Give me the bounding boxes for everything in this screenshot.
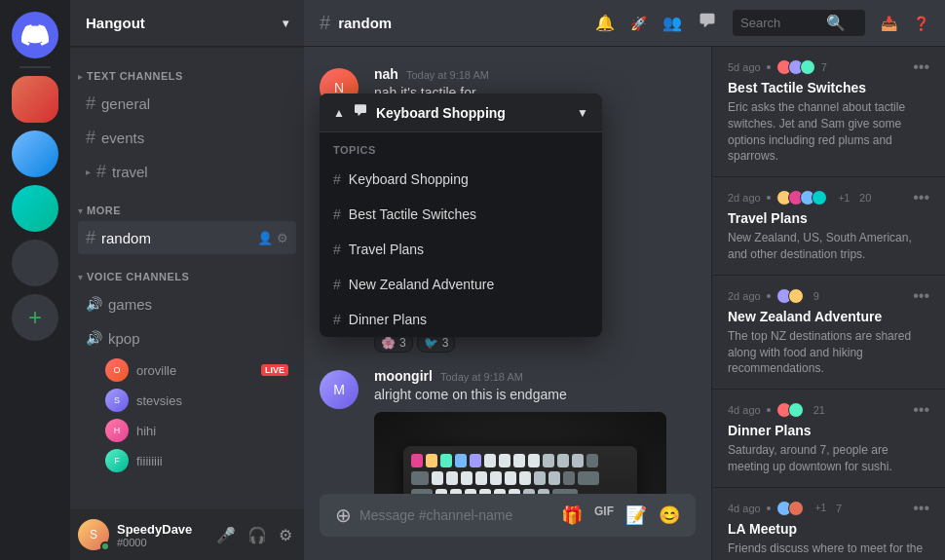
thread-avatar [788, 288, 804, 304]
threads-icon[interactable] [698, 12, 717, 34]
thread-avatars [776, 288, 800, 304]
thread-age: 4d ago [728, 503, 761, 514]
add-server-button[interactable]: + [12, 294, 58, 341]
server-icon-1[interactable] [12, 76, 58, 123]
help-icon[interactable]: ❓ [913, 16, 929, 31]
voice-user-fiiiiiii[interactable]: F fiiiiiiii [78, 446, 296, 475]
topic-dropdown: ▲ Keyboard Shopping ▼ TOPICS # Keyboard … [320, 93, 602, 337]
more-options-button[interactable]: ••• [913, 58, 929, 76]
channel-item-random[interactable]: # random 👤 ⚙ [78, 221, 296, 254]
thread-age: 2d ago [728, 192, 761, 204]
search-bar[interactable]: 🔍 [733, 10, 865, 36]
channel-sidebar: Hangout ▾ ▸ TEXT CHANNELS # general # ev… [70, 0, 304, 560]
speaker-icon: 🔊 [86, 296, 102, 312]
thread-avatar [788, 402, 804, 418]
server-icon-3[interactable] [12, 185, 58, 232]
topics-label: TOPICS [320, 132, 602, 162]
thread-item-dinner-plans[interactable]: 4d ago 21 ••• Dinner Plans Saturday, aro… [712, 390, 945, 488]
category-voice-channels[interactable]: ▾ VOICE CHANNELS [70, 255, 304, 286]
thread-preview: New Zealand, US, South American, and oth… [728, 230, 929, 263]
thread-avatars [776, 402, 800, 418]
hash-icon: # [86, 128, 95, 148]
topic-dropdown-overlay: ▲ Keyboard Shopping ▼ TOPICS # Keyboard … [304, 93, 711, 560]
more-options-button[interactable]: ••• [913, 287, 929, 305]
voice-user-hihi[interactable]: H hihi [78, 416, 296, 445]
message-username: nah [374, 66, 398, 82]
thread-title: Travel Plans [728, 210, 929, 226]
user-controls: 🎤 🎧 ⚙ [212, 522, 296, 548]
channel-item-travel[interactable]: ▸ # travel [78, 155, 296, 188]
hash-icon: # [333, 206, 341, 222]
settings-icon[interactable]: ⚙ [275, 522, 296, 548]
thread-preview: Eric asks the channel about tactile swit… [728, 99, 929, 165]
topic-item-travel-plans[interactable]: # Travel Plans [320, 232, 602, 267]
hash-icon: # [86, 93, 95, 114]
headset-icon[interactable]: 🎧 [244, 522, 271, 548]
server-icon-2[interactable] [12, 131, 58, 177]
hash-icon: # [333, 312, 341, 327]
dot-separator [767, 408, 771, 412]
search-input[interactable] [740, 16, 818, 30]
settings-icon[interactable]: ⚙ [277, 231, 288, 245]
user-avatar: S [78, 519, 109, 550]
category-more[interactable]: ▾ MORE [70, 189, 304, 220]
topic-item-nz-adventure[interactable]: # New Zealand Adventure [320, 267, 602, 302]
status-dot [100, 541, 110, 551]
chat-header: # random 🔔 🚀 👥 🔍 📥 ❓ [304, 0, 945, 47]
more-options-button[interactable]: ••• [913, 401, 929, 419]
channel-name: random [338, 15, 392, 31]
chat-container: # random 🔔 🚀 👥 🔍 📥 ❓ N [304, 0, 945, 560]
inbox-icon[interactable]: 📥 [881, 16, 897, 31]
thread-avatar [812, 190, 827, 205]
thread-age: 4d ago [728, 404, 761, 416]
server-name-header[interactable]: Hangout ▾ [70, 0, 304, 47]
topic-name: Dinner Plans [349, 312, 427, 327]
user-tag: #0000 [117, 537, 205, 548]
avatar: S [105, 389, 129, 412]
people-icon[interactable]: 👥 [662, 14, 682, 32]
chevron-down-icon[interactable]: ▼ [577, 106, 588, 120]
server-sidebar: + [0, 0, 70, 560]
extra-count: +1 [839, 193, 850, 204]
topic-item-dinner-plans[interactable]: # Dinner Plans [320, 302, 602, 337]
channel-item-games[interactable]: 🔊 games [78, 287, 296, 320]
message-count: 20 [859, 192, 871, 204]
channel-item-kpop[interactable]: 🔊 kpop [78, 321, 296, 355]
thread-item-la-meetup[interactable]: 4d ago +1 7 ••• LA Meetup Friends discus… [712, 488, 945, 560]
avatar: H [105, 419, 129, 442]
microphone-icon[interactable]: 🎤 [212, 522, 240, 548]
channel-item-events[interactable]: # events [78, 121, 296, 154]
more-options-button[interactable]: ••• [913, 500, 929, 517]
category-text-channels[interactable]: ▸ TEXT CHANNELS [70, 55, 304, 86]
voice-user-oroville[interactable]: O oroville LIVE [78, 355, 296, 385]
live-badge: LIVE [261, 364, 288, 376]
server-icon-4[interactable] [12, 240, 58, 286]
message-count: 7 [836, 503, 842, 514]
add-member-icon[interactable]: 👤 [257, 231, 273, 245]
topic-item-keyboard-shopping[interactable]: # Keyboard Shopping [320, 162, 602, 197]
channel-item-general[interactable]: # general [78, 87, 296, 120]
thread-item-best-tactile[interactable]: 5d ago 7 ••• Best Tactile Switches Eric … [712, 47, 945, 177]
topic-item-best-tactile[interactable]: # Best Tactile Switches [320, 197, 602, 232]
thread-item-nz-adventure[interactable]: 2d ago 9 ••• New Zealand Adventure The t… [712, 276, 945, 390]
thread-title: Best Tactile Switches [728, 80, 929, 95]
bell-icon[interactable]: 🔔 [595, 14, 615, 32]
hash-icon: # [333, 171, 341, 187]
thread-preview: Friends discuss where to meet for the Ap… [728, 541, 929, 560]
dot-separator [767, 506, 771, 510]
voice-user-stevsies[interactable]: S stevsies [78, 386, 296, 415]
chevron-down-icon: ▾ [78, 272, 83, 282]
more-options-button[interactable]: ••• [913, 189, 929, 206]
thread-avatars [776, 501, 800, 516]
extra-count: +1 [815, 503, 826, 513]
message-count: 21 [813, 404, 825, 416]
thread-preview: The top NZ destinations are shared along… [728, 328, 929, 377]
chevron-up-icon[interactable]: ▲ [333, 106, 345, 120]
server-icon-discord[interactable] [12, 12, 58, 58]
server-separator [19, 66, 51, 68]
chevron-right-icon: ▸ [86, 167, 91, 177]
speaker-icon: 🔊 [86, 330, 102, 346]
rocket-icon[interactable]: 🚀 [630, 16, 647, 31]
thread-avatar [800, 59, 815, 75]
thread-item-travel-plans[interactable]: 2d ago +1 20 ••• Travel Plans New Zealan… [712, 177, 945, 276]
